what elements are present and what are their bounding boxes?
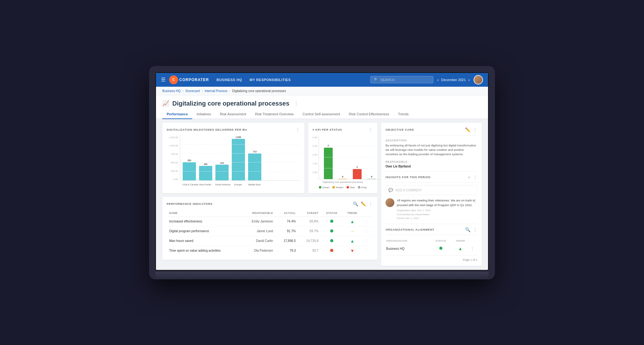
org-status xyxy=(431,244,450,253)
pagination: Page 1 of 1 xyxy=(386,255,477,261)
bar-usa-canada: 250 xyxy=(183,159,196,180)
milestones-chart-card: DIGITALIZATION MILESTONES DELIVERED PER … xyxy=(162,123,304,193)
row3-trend: ▲ xyxy=(342,236,362,246)
comment-item: All regions are meeting their milestones… xyxy=(386,198,477,221)
bar-asia-pacific: 202 xyxy=(199,163,212,180)
bar-usa xyxy=(183,162,196,180)
row1-actions[interactable]: ⋮ xyxy=(362,216,373,226)
legend-dot-gray xyxy=(358,186,360,189)
kpi-val-green: 3 xyxy=(327,144,329,147)
x-label-me: Middle East xyxy=(248,183,261,186)
nav-my-responsibilities[interactable]: MY RESPONSIBILITIES xyxy=(250,78,291,82)
row1-name: Increased effectiveness xyxy=(167,216,241,226)
x-label-asia: Asia Pacific xyxy=(199,183,212,186)
legend-label-green: Green xyxy=(322,186,329,189)
tab-risk-control-effectiveness[interactable]: Risk Control Effectiveness xyxy=(345,110,394,119)
kpi-bar-red: 1 xyxy=(353,166,362,179)
comment-content: All regions are meeting their milestones… xyxy=(397,198,477,221)
edit-icon-obj[interactable]: ✏️ xyxy=(465,127,470,132)
add-comment-text: ADD A COMMENT xyxy=(396,189,422,192)
more-icon-perf[interactable]: ⋮ xyxy=(369,201,373,206)
kpi-actions[interactable]: ⋮ xyxy=(369,127,373,132)
breadcrumb-internal-process[interactable]: Internal Process xyxy=(205,89,227,93)
divider-1 xyxy=(386,135,477,136)
next-date-button[interactable]: › xyxy=(468,77,470,82)
breadcrumb-scorecard[interactable]: Scorecard xyxy=(186,89,200,93)
more-icon-insights[interactable]: ⋮ xyxy=(473,175,477,180)
legend-red: Red xyxy=(347,186,355,189)
prev-date-button[interactable]: ‹ xyxy=(437,77,439,82)
perf-actions[interactable]: 🔍 ✏️ ⋮ xyxy=(353,201,373,206)
perf-title: PERFORMANCE INDICATORS xyxy=(167,202,213,205)
breadcrumb-business-hq[interactable]: Business HQ xyxy=(162,89,180,93)
performance-table: NAME RESPONSIBLE ACTUAL TARGET STATUS TR… xyxy=(167,210,373,255)
search-icon-perf[interactable]: 🔍 xyxy=(353,201,358,206)
table-header-row: NAME RESPONSIBLE ACTUAL TARGET STATUS TR… xyxy=(167,210,373,217)
tab-performance[interactable]: Performance xyxy=(162,110,192,119)
hamburger-menu[interactable]: ☰ xyxy=(161,77,165,83)
legend-label-red: Red xyxy=(350,186,355,189)
org-row-actions[interactable]: ⋮ xyxy=(470,244,477,253)
user-avatar[interactable] xyxy=(474,75,483,85)
org-table-header: ORGANIZATION STATUS TREND xyxy=(386,238,477,244)
divider-2 xyxy=(386,171,477,172)
objective-card-actions[interactable]: ✏️ ⋮ xyxy=(465,127,477,132)
top-navigation: ☰ C CORPORATER BUSINESS HQ MY RESPONSIBI… xyxy=(156,73,488,87)
tab-trends[interactable]: Trends xyxy=(394,110,413,119)
current-date: December 2021 xyxy=(441,78,466,82)
kpi-subtitle: Digitalizing core operational processes xyxy=(313,181,373,183)
bar-me xyxy=(248,153,261,180)
bar-value-usa: 250 xyxy=(187,159,191,162)
x-label-usa: USA & Canada xyxy=(182,183,196,186)
tab-control-self-assessment[interactable]: Control Self-assessment xyxy=(298,110,345,119)
x-labels: USA & Canada Asia Pacific South America … xyxy=(180,181,300,187)
row2-actual: 91.7% xyxy=(275,226,298,236)
legend-dot-amber xyxy=(332,186,335,189)
kpi-bar-gray: 0 xyxy=(367,175,376,179)
comment-more-button[interactable]: ⋮ xyxy=(473,198,477,203)
insights-actions[interactable]: + ⋮ xyxy=(468,175,477,180)
tab-initiatives[interactable]: Initiatives xyxy=(192,110,215,119)
add-comment-box[interactable]: 💬 ADD A COMMENT xyxy=(386,185,477,195)
logo: C CORPORATER xyxy=(169,75,209,84)
nav-business-hq[interactable]: BUSINESS HQ xyxy=(216,78,242,82)
kpi-y-axis: 4.00 3.00 2.00 1.00 0.00 xyxy=(313,135,319,179)
breadcrumb: Business HQ › Scorecard › Internal Proce… xyxy=(156,87,488,96)
breadcrumb-sep-2: › xyxy=(202,89,203,93)
breadcrumb-sep-1: › xyxy=(182,89,183,93)
org-actions[interactable]: 🔍 ⋮ xyxy=(465,227,477,232)
y-label-0: 1,250.00 xyxy=(167,136,178,139)
row2-actions[interactable]: ⋮ xyxy=(362,226,373,236)
milestones-bars: 250 202 218 xyxy=(180,135,300,181)
row4-actions[interactable]: ⋮ xyxy=(362,246,373,255)
tab-risk-assessment[interactable]: Risk Assessment xyxy=(215,110,251,119)
add-icon-insights[interactable]: + xyxy=(468,175,470,180)
kpi-title: # KPI PER STATUS xyxy=(313,128,342,131)
kpi-legend: Green Amber Red xyxy=(313,186,373,189)
bar-middle-east: 713 xyxy=(248,151,261,180)
search-box[interactable]: 🔍 xyxy=(370,76,433,83)
milestones-actions[interactable]: ⋮ xyxy=(296,127,300,132)
comment-meta: Registration date: Dec 1, 2021 Commented… xyxy=(397,209,477,221)
kpi-bars-wrap: 3 0 1 xyxy=(319,135,381,179)
kpi-y-3: 1.00 xyxy=(313,162,317,165)
kpi-val-amber: 0 xyxy=(342,175,343,178)
page-title: Digitalizing core operational processes xyxy=(172,100,289,107)
kpi-bar-green-rect xyxy=(324,148,333,179)
legend-dot-green xyxy=(319,186,321,189)
legend-label-amber: Amber xyxy=(336,186,343,189)
col-name: NAME xyxy=(167,210,241,217)
edit-icon-perf[interactable]: ✏️ xyxy=(361,201,366,206)
search-input[interactable] xyxy=(380,78,430,82)
comment-registration: Registration date: Dec 1, 2021 xyxy=(397,209,477,213)
more-icon-obj[interactable]: ⋮ xyxy=(473,127,477,132)
objective-card: OBJECTIVE CARD ✏️ ⋮ DESCRIPTION By embra… xyxy=(381,123,482,266)
responsible-name: Owe Lie Bjelland xyxy=(386,165,477,168)
y-label-5: 0.00 xyxy=(167,178,178,181)
tab-risk-treatment[interactable]: Risk Treatment Overview xyxy=(251,110,298,119)
row3-actions[interactable]: ⋮ xyxy=(362,236,373,246)
search-icon-org[interactable]: 🔍 xyxy=(465,227,470,232)
more-icon-org[interactable]: ⋮ xyxy=(473,227,477,232)
page-more-button[interactable]: ⋮ xyxy=(294,101,299,107)
row1-responsible: Emily Jameson xyxy=(241,216,275,226)
